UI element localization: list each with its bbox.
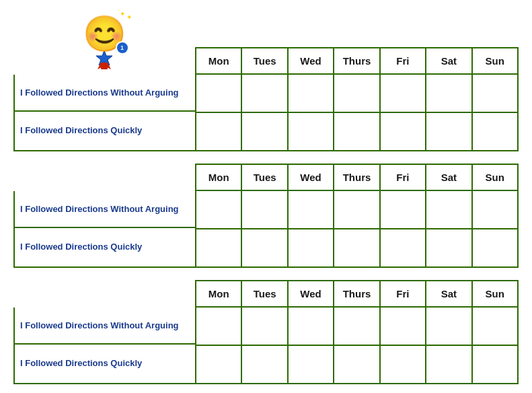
grid-cell-sun-1[interactable] bbox=[473, 113, 517, 150]
grid-cell-tues-1[interactable] bbox=[242, 346, 288, 383]
days-grid bbox=[196, 191, 517, 266]
grid-row-1 bbox=[196, 113, 517, 150]
day-header-sun: Sun bbox=[473, 165, 517, 190]
grid-cell-sat-0[interactable] bbox=[426, 75, 472, 112]
day-header-fri: Fri bbox=[381, 281, 426, 306]
grid-cell-mon-1[interactable] bbox=[196, 113, 242, 150]
first-place-badge: 1 bbox=[116, 41, 129, 55]
grid-cell-wed-1[interactable] bbox=[289, 229, 334, 266]
emoji-face: ✦ ✦ · 😊 1 bbox=[83, 13, 126, 55]
grid-cell-thurs-0[interactable] bbox=[334, 308, 380, 345]
table-body-3: I Followed Directions Without ArguingI F… bbox=[13, 308, 519, 384]
page-container: ✦ ✦ · 😊 1 MonTuesWedT bbox=[7, 7, 525, 393]
day-header-thurs: Thurs bbox=[334, 165, 380, 190]
grid-cell-sun-0[interactable] bbox=[473, 191, 517, 228]
grid-cell-sat-0[interactable] bbox=[426, 308, 472, 345]
grid-cell-mon-0[interactable] bbox=[196, 191, 242, 228]
grid-cell-sun-1[interactable] bbox=[473, 229, 517, 266]
grid-cell-thurs-1[interactable] bbox=[334, 346, 380, 383]
day-header-tues: Tues bbox=[242, 165, 288, 190]
grid-row-1 bbox=[196, 346, 517, 383]
label-cell-1: I Followed Directions Quickly bbox=[15, 345, 195, 382]
day-header-fri: Fri bbox=[381, 165, 426, 190]
grid-cell-fri-1[interactable] bbox=[381, 113, 426, 150]
grid-cell-tues-1[interactable] bbox=[242, 113, 288, 150]
grid-cell-fri-0[interactable] bbox=[381, 191, 426, 228]
section-header-3: MonTuesWedThursFriSatSun bbox=[13, 280, 519, 308]
section-3: MonTuesWedThursFriSatSunI Followed Direc… bbox=[13, 280, 519, 384]
day-header-sun: Sun bbox=[473, 48, 517, 73]
day-header-wed: Wed bbox=[289, 48, 334, 73]
grid-cell-sun-0[interactable] bbox=[473, 308, 517, 345]
label-column: I Followed Directions Without ArguingI F… bbox=[15, 191, 196, 266]
grid-cell-mon-0[interactable] bbox=[196, 75, 242, 112]
grid-cell-tues-0[interactable] bbox=[242, 308, 288, 345]
grid-cell-tues-0[interactable] bbox=[242, 191, 288, 228]
grid-cell-sat-1[interactable] bbox=[426, 229, 472, 266]
section-2: MonTuesWedThursFriSatSunI Followed Direc… bbox=[13, 164, 519, 268]
grid-cell-thurs-1[interactable] bbox=[334, 229, 380, 266]
emoji-area: ✦ ✦ · 😊 1 bbox=[13, 13, 195, 75]
grid-cell-sun-0[interactable] bbox=[473, 75, 517, 112]
label-cell-1: I Followed Directions Quickly bbox=[15, 112, 195, 149]
label-column: I Followed Directions Without ArguingI F… bbox=[15, 308, 196, 383]
days-header: MonTuesWedThursFriSatSun bbox=[195, 280, 519, 308]
grid-cell-tues-1[interactable] bbox=[242, 229, 288, 266]
grid-cell-thurs-0[interactable] bbox=[334, 75, 380, 112]
label-column: I Followed Directions Without ArguingI F… bbox=[15, 75, 196, 150]
grid-row-1 bbox=[196, 229, 517, 266]
grid-cell-mon-0[interactable] bbox=[196, 308, 242, 345]
days-grid bbox=[196, 75, 517, 150]
table-body-2: I Followed Directions Without ArguingI F… bbox=[13, 191, 519, 268]
grid-cell-wed-0[interactable] bbox=[289, 75, 334, 112]
grid-cell-wed-1[interactable] bbox=[289, 113, 334, 150]
grid-cell-mon-1[interactable] bbox=[196, 229, 242, 266]
day-header-sat: Sat bbox=[426, 281, 472, 306]
grid-row-0 bbox=[196, 191, 517, 229]
grid-cell-wed-1[interactable] bbox=[289, 346, 334, 383]
grid-cell-sat-1[interactable] bbox=[426, 346, 472, 383]
day-header-sat: Sat bbox=[426, 48, 472, 73]
day-header-wed: Wed bbox=[289, 281, 334, 306]
day-header-tues: Tues bbox=[242, 48, 288, 73]
section-header-1: ✦ ✦ · 😊 1 MonTuesWedT bbox=[13, 13, 519, 75]
grid-cell-wed-0[interactable] bbox=[289, 308, 334, 345]
grid-cell-sat-0[interactable] bbox=[426, 191, 472, 228]
grid-cell-thurs-0[interactable] bbox=[334, 191, 380, 228]
emoji-wrapper: ✦ ✦ · 😊 1 bbox=[83, 13, 126, 72]
day-header-wed: Wed bbox=[289, 165, 334, 190]
grid-cell-fri-0[interactable] bbox=[381, 75, 426, 112]
grid-cell-fri-1[interactable] bbox=[381, 346, 426, 383]
grid-row-0 bbox=[196, 308, 517, 346]
grid-cell-fri-0[interactable] bbox=[381, 308, 426, 345]
sparkle-icon: ✦ bbox=[126, 13, 132, 21]
grid-cell-thurs-1[interactable] bbox=[334, 113, 380, 150]
day-header-mon: Mon bbox=[196, 48, 242, 73]
label-cell-0: I Followed Directions Without Arguing bbox=[15, 75, 195, 112]
day-header-thurs: Thurs bbox=[334, 281, 380, 306]
table-body-1: I Followed Directions Without ArguingI F… bbox=[13, 75, 519, 151]
day-header-sat: Sat bbox=[426, 165, 472, 190]
day-header-fri: Fri bbox=[381, 48, 426, 73]
label-cell-0: I Followed Directions Without Arguing bbox=[15, 191, 195, 228]
grid-row-0 bbox=[196, 75, 517, 113]
grid-cell-sun-1[interactable] bbox=[473, 346, 517, 383]
days-header: MonTuesWedThursFriSatSun bbox=[195, 164, 519, 191]
day-header-mon: Mon bbox=[196, 281, 242, 306]
grid-cell-wed-0[interactable] bbox=[289, 191, 334, 228]
label-cell-0: I Followed Directions Without Arguing bbox=[15, 308, 195, 345]
days-header: MonTuesWedThursFriSatSun bbox=[195, 47, 519, 75]
day-header-sun: Sun bbox=[473, 281, 517, 306]
grid-cell-tues-0[interactable] bbox=[242, 75, 288, 112]
label-cell-1: I Followed Directions Quickly bbox=[15, 228, 195, 265]
day-header-tues: Tues bbox=[242, 281, 288, 306]
grid-cell-fri-1[interactable] bbox=[381, 229, 426, 266]
section-1: ✦ ✦ · 😊 1 MonTuesWedT bbox=[13, 13, 519, 151]
days-grid bbox=[196, 308, 517, 383]
grid-cell-mon-1[interactable] bbox=[196, 346, 242, 383]
grid-cell-sat-1[interactable] bbox=[426, 113, 472, 150]
day-header-thurs: Thurs bbox=[334, 48, 380, 73]
section-header-2: MonTuesWedThursFriSatSun bbox=[13, 164, 519, 191]
day-header-mon: Mon bbox=[196, 165, 242, 190]
